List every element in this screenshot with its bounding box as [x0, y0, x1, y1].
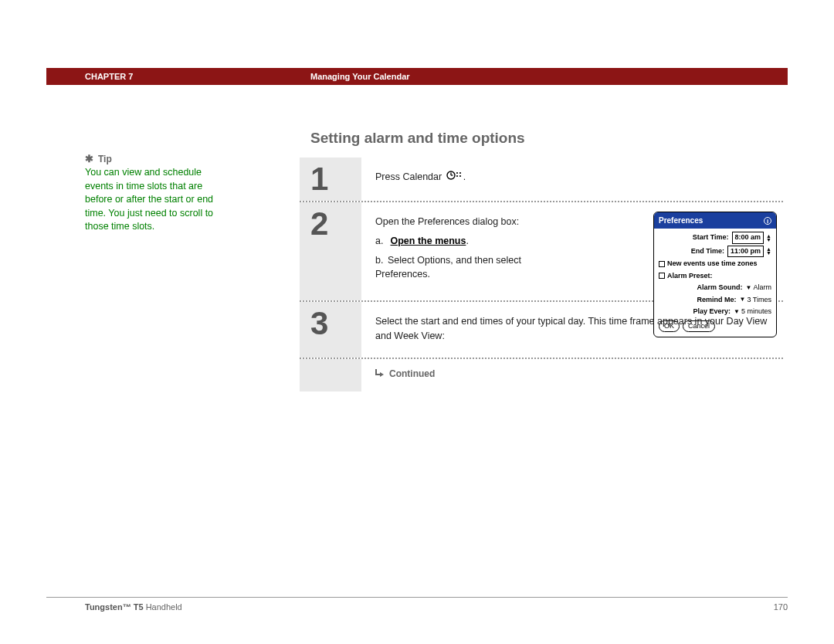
- substep: b.Select Options, and then select Prefer…: [375, 253, 576, 283]
- page-number: 170: [774, 602, 788, 612]
- chevron-down-icon: ▼: [746, 283, 752, 293]
- arrow-down-right-icon: [375, 367, 385, 381]
- step-body: Select the start and end times of your t…: [361, 302, 783, 358]
- end-time-field[interactable]: 11:00 pm: [727, 246, 764, 258]
- step-number: 3: [300, 302, 361, 358]
- alarm-sound-value: Alarm: [753, 283, 771, 293]
- svg-point-6: [459, 175, 461, 177]
- step-text: Select the start and end times of your t…: [375, 316, 767, 341]
- section-title: Setting alarm and time options: [310, 130, 525, 147]
- step-row: 3 Select the start and end times of your…: [300, 300, 783, 358]
- preferences-title: Preferences: [659, 215, 703, 226]
- spinner-icon[interactable]: ▲▼: [766, 234, 771, 242]
- substep-tail: .: [466, 236, 468, 246]
- spinner-icon[interactable]: ▲▼: [766, 247, 771, 255]
- chapter-title: Managing Your Calendar: [310, 72, 410, 81]
- step-text-post: .: [463, 171, 466, 182]
- tip-heading: ✱Tip: [85, 153, 228, 164]
- svg-point-4: [459, 172, 461, 174]
- continued-body: Continued: [361, 359, 783, 391]
- preferences-titlebar: Preferences i: [654, 212, 776, 229]
- continued-row: Continued: [300, 358, 783, 391]
- substep-letter: a.: [375, 234, 388, 249]
- chapter-label: CHAPTER 7: [46, 72, 133, 81]
- chapter-header: CHAPTER 7 Managing Your Calendar: [46, 68, 788, 85]
- step-row: 2 Open the Preferences dialog box: a. Op…: [300, 201, 783, 300]
- step-row: 1 Press Calendar .: [300, 158, 783, 201]
- product-name: Tungsten™ T5 Handheld: [46, 602, 182, 612]
- tip-block: ✱Tip You can view and schedule events in…: [85, 153, 228, 234]
- alarm-preset-label: Alarm Preset:: [667, 271, 713, 282]
- step-intro: Open the Preferences dialog box:: [375, 215, 576, 229]
- svg-point-3: [456, 172, 458, 174]
- end-time-label: End Time:: [659, 246, 727, 257]
- alarm-sound-label: Alarm Sound:: [665, 283, 746, 293]
- substep-letter: b.: [375, 253, 388, 268]
- timezone-checkbox[interactable]: [659, 261, 665, 267]
- step-number: 2: [300, 202, 361, 300]
- calendar-icon: [446, 170, 462, 185]
- step-body: Open the Preferences dialog box: a. Open…: [361, 202, 783, 300]
- product-rest: Handheld: [144, 602, 182, 612]
- substep: a. Open the menus.: [375, 234, 576, 249]
- timezone-label: New events use time zones: [667, 259, 758, 269]
- steps-table: 1 Press Calendar . 2: [300, 158, 783, 391]
- tip-body: You can view and schedule events in time…: [85, 166, 228, 234]
- svg-point-5: [456, 175, 458, 177]
- step-number: 1: [300, 158, 361, 201]
- info-icon[interactable]: i: [764, 217, 771, 225]
- product-bold: Tungsten™ T5: [85, 602, 144, 612]
- start-time-label: Start Time:: [659, 232, 732, 243]
- substep-text: Select Options, and then select Preferen…: [375, 255, 521, 280]
- start-time-field[interactable]: 8:00 am: [732, 232, 764, 244]
- alarm-preset-checkbox[interactable]: [659, 273, 665, 279]
- asterisk-icon: ✱: [85, 153, 93, 164]
- open-menus-link[interactable]: Open the menus: [390, 236, 466, 246]
- step-number-empty: [300, 359, 361, 391]
- alarm-sound-dropdown[interactable]: ▼Alarm: [746, 283, 771, 293]
- continued-label: Continued: [389, 367, 435, 381]
- step-text-pre: Press Calendar: [375, 171, 445, 182]
- tip-label: Tip: [98, 154, 112, 164]
- page-footer: Tungsten™ T5 Handheld 170: [46, 597, 788, 612]
- step-body: Press Calendar .: [361, 158, 783, 201]
